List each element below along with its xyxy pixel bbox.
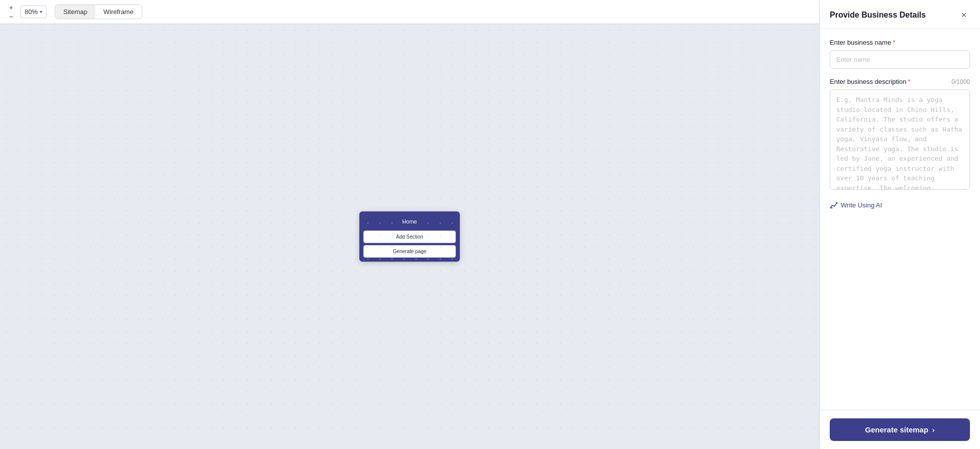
description-textarea-wrapper: ⌟	[830, 89, 970, 192]
right-panel: Provide Business Details × Enter busines…	[819, 0, 980, 449]
business-description-textarea[interactable]	[830, 89, 970, 190]
close-panel-button[interactable]: ×	[958, 9, 970, 21]
business-description-required: *	[908, 78, 910, 85]
ai-write-icon	[830, 201, 838, 209]
zoom-out-button[interactable]: −	[6, 13, 16, 21]
business-description-label: Enter business description * 0/1000	[830, 78, 970, 85]
sitemap-card: Home Add Section Generate page	[359, 211, 460, 262]
textarea-resize-handle[interactable]: ⌟	[963, 185, 968, 190]
generate-chevron-icon: ›	[932, 426, 935, 434]
canvas-area: Home Add Section Generate page	[0, 24, 819, 449]
zoom-controls: + −	[6, 4, 16, 21]
char-count: 0/1000	[951, 78, 970, 85]
panel-body: Enter business name * Enter business des…	[820, 29, 980, 410]
panel-header: Provide Business Details ×	[820, 0, 980, 29]
generate-sitemap-button[interactable]: Generate sitemap ›	[830, 418, 970, 441]
generate-page-button[interactable]: Generate page	[363, 245, 456, 258]
business-name-required: *	[893, 39, 895, 46]
add-section-button[interactable]: Add Section	[363, 231, 456, 243]
view-toggle: Sitemap Wireframe	[55, 5, 142, 19]
zoom-in-button[interactable]: +	[6, 4, 16, 12]
ai-write-button[interactable]: Write Using AI	[830, 198, 882, 212]
panel-footer: Generate sitemap ›	[820, 410, 980, 449]
business-name-label: Enter business name *	[830, 39, 970, 46]
business-name-input[interactable]	[830, 50, 970, 69]
zoom-value: 80%	[25, 8, 38, 16]
wireframe-view-button[interactable]: Wireframe	[95, 5, 142, 19]
panel-title: Provide Business Details	[830, 11, 926, 20]
svg-point-0	[836, 202, 838, 204]
sitemap-home-label: Home	[363, 215, 456, 228]
zoom-chevron-icon: ▾	[40, 9, 42, 15]
zoom-display[interactable]: 80% ▾	[20, 6, 47, 18]
sitemap-view-button[interactable]: Sitemap	[55, 5, 95, 19]
